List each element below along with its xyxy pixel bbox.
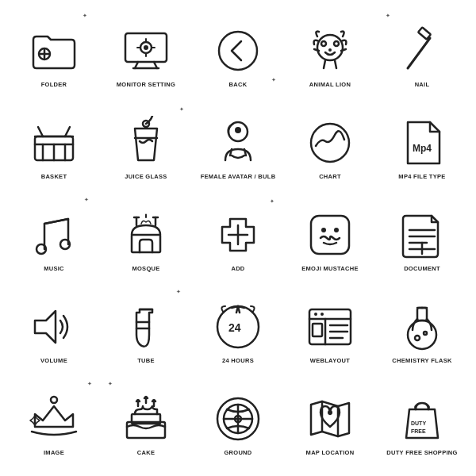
tube-icon (117, 298, 175, 355)
animal-lion-icon (301, 22, 359, 79)
svg-point-63 (424, 332, 427, 335)
svg-rect-16 (418, 27, 431, 39)
icon-cell-juice-glass: ✦ JUICE GLASS (100, 100, 192, 192)
juice-glass-label: JUICE GLASS (125, 173, 167, 180)
document-label: DOCUMENT (404, 265, 440, 272)
svg-point-10 (317, 35, 343, 60)
weblayout-icon (301, 298, 359, 355)
icon-cell-image: ✦ IMAGE (8, 376, 100, 468)
icon-cell-ground: GROUND (192, 376, 284, 468)
svg-point-59 (408, 321, 436, 349)
animal-lion-label: ANIMAL LION (309, 81, 351, 88)
24-hours-icon: 24 (209, 298, 267, 355)
svg-text:FREE: FREE (411, 428, 426, 434)
image-label: IMAGE (44, 449, 64, 456)
ground-icon (209, 390, 267, 447)
chart-label: CHART (319, 173, 341, 180)
mosque-label: MOSQUE (132, 265, 159, 272)
icon-cell-monitor-setting: MONITOR SETTING (100, 8, 192, 100)
svg-point-12 (334, 41, 339, 46)
24-hours-label: 24 HOURS (222, 357, 254, 364)
svg-point-11 (321, 41, 326, 46)
icon-cell-nail: ✦ NAIL (376, 8, 468, 100)
icon-cell-map-location: MAP LOCATION (284, 376, 376, 468)
icon-cell-document: DOCUMENT (376, 192, 468, 284)
music-label: MUSIC (44, 265, 64, 272)
document-icon (393, 206, 451, 263)
icon-cell-tube: ✦ TUBE (100, 284, 192, 376)
nail-icon (393, 22, 451, 79)
folder-icon (25, 22, 83, 79)
cake-icon (117, 390, 175, 447)
add-label: ADD (231, 265, 244, 272)
svg-point-54 (321, 313, 324, 316)
icon-cell-add: ✦ ADD (192, 192, 284, 284)
nail-label: NAIL (415, 81, 430, 88)
svg-point-26 (311, 124, 349, 162)
svg-marker-44 (35, 311, 56, 343)
volume-icon (25, 298, 83, 355)
map-location-icon (301, 390, 359, 447)
svg-rect-31 (132, 235, 160, 252)
icon-cell-chemistry-flask: CHEMISTRY FLASK (376, 284, 468, 376)
chart-icon (301, 114, 359, 171)
cake-label: CAKE (137, 449, 155, 456)
female-avatar-bulb-icon (209, 114, 267, 171)
mosque-icon (117, 206, 175, 263)
chemistry-flask-label: CHEMISTRY FLASK (392, 357, 451, 364)
emoji-mustache-label: EMOJI MUSTACHE (301, 265, 359, 272)
basket-label: BASKET (41, 173, 67, 180)
icon-cell-folder: ✦ FOLDER (8, 8, 100, 100)
icon-cell-back: ✦ BACK (192, 8, 284, 100)
svg-point-13 (328, 48, 332, 52)
back-label: BACK (229, 81, 248, 88)
icon-cell-24-hours: 24 24 HOURS (192, 284, 284, 376)
svg-point-8 (144, 45, 148, 50)
svg-point-25 (235, 127, 241, 133)
emoji-mustache-icon (301, 206, 359, 263)
back-icon (209, 22, 267, 79)
svg-point-38 (334, 228, 339, 232)
svg-rect-36 (311, 216, 349, 254)
svg-point-62 (415, 336, 420, 340)
add-icon (209, 206, 267, 263)
svg-rect-60 (417, 308, 427, 321)
icon-cell-music: ✦ MUSIC (8, 192, 100, 284)
svg-point-37 (321, 228, 326, 232)
icon-cell-female-avatar-bulb: FEMALE AVATAR / BULB (192, 100, 284, 192)
icon-cell-cake: ✦ CAKE (100, 376, 192, 468)
icon-grid: ✦ FOLDER MONITOR SETTING (0, 0, 476, 476)
monitor-setting-icon (117, 22, 175, 79)
svg-point-78 (328, 410, 332, 415)
svg-line-30 (44, 219, 68, 224)
mp4-file-type-label: MP4 FILE TYPE (398, 173, 445, 180)
duty-free-shopping-icon: DUTY FREE (393, 390, 451, 447)
icon-cell-chart: CHART (284, 100, 376, 192)
icon-cell-animal-lion: ANIMAL LION (284, 8, 376, 100)
monitor-setting-label: MONITOR SETTING (117, 81, 175, 88)
icon-cell-mp4-file-type: Mp4 MP4 FILE TYPE (376, 100, 468, 192)
svg-point-53 (314, 313, 317, 316)
svg-text:DUTY: DUTY (411, 420, 426, 426)
folder-label: FOLDER (41, 81, 67, 88)
chemistry-flask-icon (393, 298, 451, 355)
icon-cell-weblayout: WEBLAYOUT (284, 284, 376, 376)
duty-free-shopping-label: DUTY FREE SHOPPING (386, 449, 457, 456)
svg-text:Mp4: Mp4 (413, 143, 432, 154)
ground-label: GROUND (224, 449, 251, 456)
svg-line-17 (408, 38, 430, 68)
icon-cell-mosque: MOSQUE (100, 192, 192, 284)
juice-glass-icon (117, 114, 175, 171)
svg-rect-58 (313, 324, 322, 336)
icon-cell-duty-free-shopping: DUTY FREE DUTY FREE SHOPPING (376, 376, 468, 468)
image-icon (25, 390, 83, 447)
icon-cell-basket: BASKET (8, 100, 100, 192)
female-avatar-bulb-label: FEMALE AVATAR / BULB (201, 173, 276, 180)
svg-text:24: 24 (228, 321, 241, 334)
weblayout-label: WEBLAYOUT (310, 357, 350, 364)
tube-label: TUBE (137, 357, 155, 364)
basket-icon (25, 114, 83, 171)
svg-point-9 (219, 32, 257, 70)
map-location-label: MAP LOCATION (306, 449, 355, 456)
volume-label: VOLUME (40, 357, 67, 364)
